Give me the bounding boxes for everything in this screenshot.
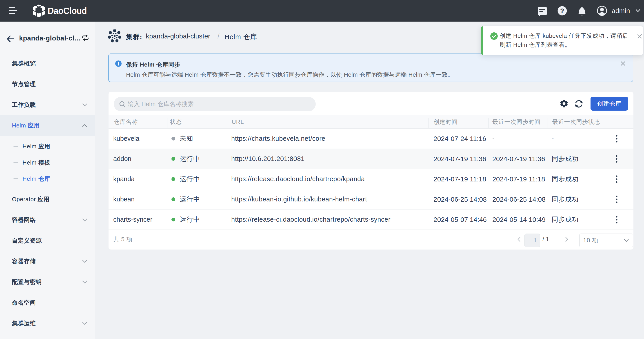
svg-text:?: ? <box>560 7 564 15</box>
